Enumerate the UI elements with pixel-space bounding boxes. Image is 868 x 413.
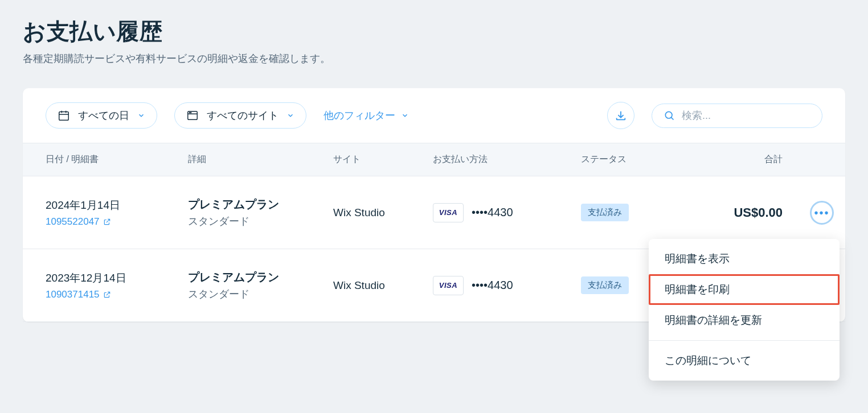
search-icon xyxy=(664,110,675,121)
dropdown-divider xyxy=(649,340,840,341)
ellipsis-icon: ••• xyxy=(814,207,829,218)
download-button[interactable] xyxy=(607,102,634,129)
dropdown-item-about[interactable]: この明細について xyxy=(649,345,840,376)
col-total: 合計 xyxy=(678,154,822,166)
col-status: ステータス xyxy=(581,154,678,166)
page-title: お支払い履歴 xyxy=(23,16,845,47)
col-date: 日付 / 明細書 xyxy=(46,154,188,166)
dropdown-item-update-details[interactable]: 明細書の詳細を更新 xyxy=(649,305,840,336)
chevron-down-icon xyxy=(286,111,294,119)
date-filter-button[interactable]: すべての日 xyxy=(46,102,157,129)
detail-cell: プレミアムプラン スタンダード xyxy=(188,270,333,301)
plan-name: プレミアムプラン xyxy=(188,197,333,212)
total-cell: US$0.00 xyxy=(678,205,822,220)
page-subtitle: 各種定期購読サービスや有料サービスの明細や返金を確認します。 xyxy=(23,52,845,65)
svg-point-7 xyxy=(191,113,191,113)
external-link-icon xyxy=(103,218,111,226)
chevron-down-icon xyxy=(401,111,409,119)
dropdown-item-view-invoice[interactable]: 明細書を表示 xyxy=(649,243,840,274)
table-header: 日付 / 明細書 詳細 サイト お支払い方法 ステータス 合計 xyxy=(23,143,845,176)
row-actions-dropdown: 明細書を表示 明細書を印刷 明細書の詳細を更新 この明細について xyxy=(649,239,840,381)
invoice-link[interactable]: 1095522047 xyxy=(46,216,111,228)
col-site: サイト xyxy=(333,154,433,166)
status-badge: 支払済み xyxy=(581,204,629,221)
invoice-id: 1090371415 xyxy=(46,289,100,300)
search-input[interactable] xyxy=(682,110,814,122)
svg-rect-0 xyxy=(59,112,69,121)
card-last4: ••••4430 xyxy=(472,206,513,219)
date-cell: 2024年1月14日 1095522047 xyxy=(46,198,188,228)
detail-cell: プレミアムプラン スタンダード xyxy=(188,197,333,228)
search-box[interactable] xyxy=(652,104,822,128)
row-date: 2024年1月14日 xyxy=(46,198,188,213)
other-filter-label: 他のフィルター xyxy=(324,109,395,122)
plan-sub: スタンダード xyxy=(188,214,333,228)
invoice-id: 1095522047 xyxy=(46,216,100,228)
card-brand-icon: VISA xyxy=(433,203,464,222)
invoice-link[interactable]: 1090371415 xyxy=(46,289,111,300)
site-cell: Wix Studio xyxy=(333,279,433,292)
other-filter-link[interactable]: 他のフィルター xyxy=(324,109,409,122)
site-cell: Wix Studio xyxy=(333,206,433,219)
chevron-down-icon xyxy=(137,111,145,119)
svg-point-9 xyxy=(665,111,672,118)
col-detail: 詳細 xyxy=(188,154,333,166)
card-brand-icon: VISA xyxy=(433,276,464,295)
dropdown-item-print-invoice[interactable]: 明細書を印刷 xyxy=(649,274,840,305)
date-filter-label: すべての日 xyxy=(78,109,129,122)
table-row: 2024年1月14日 1095522047 プレミアムプラン スタンダード Wi… xyxy=(23,176,845,249)
external-link-icon xyxy=(103,291,111,299)
page-header: お支払い履歴 各種定期購読サービスや有料サービスの明細や返金を確認します。 xyxy=(0,0,868,77)
calendar-icon xyxy=(58,109,70,122)
toolbar: すべての日 すべてのサイト 他のフィルター xyxy=(23,88,845,143)
site-filter-button[interactable]: すべてのサイト xyxy=(174,102,306,129)
svg-point-6 xyxy=(190,113,190,113)
more-actions-button[interactable]: ••• xyxy=(810,201,834,225)
download-icon xyxy=(615,109,627,122)
row-date: 2023年12月14日 xyxy=(46,271,188,286)
status-cell: 支払済み xyxy=(581,204,678,221)
plan-name: プレミアムプラン xyxy=(188,270,333,285)
date-cell: 2023年12月14日 1090371415 xyxy=(46,271,188,300)
window-icon xyxy=(186,109,199,122)
status-badge: 支払済み xyxy=(581,276,629,294)
svg-line-10 xyxy=(671,117,673,119)
payment-cell: VISA ••••4430 xyxy=(433,276,581,295)
col-payment: お支払い方法 xyxy=(433,154,581,166)
card-last4: ••••4430 xyxy=(472,279,513,292)
payment-history-card: すべての日 すべてのサイト 他のフィルター xyxy=(23,88,845,322)
site-filter-label: すべてのサイト xyxy=(207,109,279,122)
payment-cell: VISA ••••4430 xyxy=(433,203,581,222)
plan-sub: スタンダード xyxy=(188,287,333,301)
